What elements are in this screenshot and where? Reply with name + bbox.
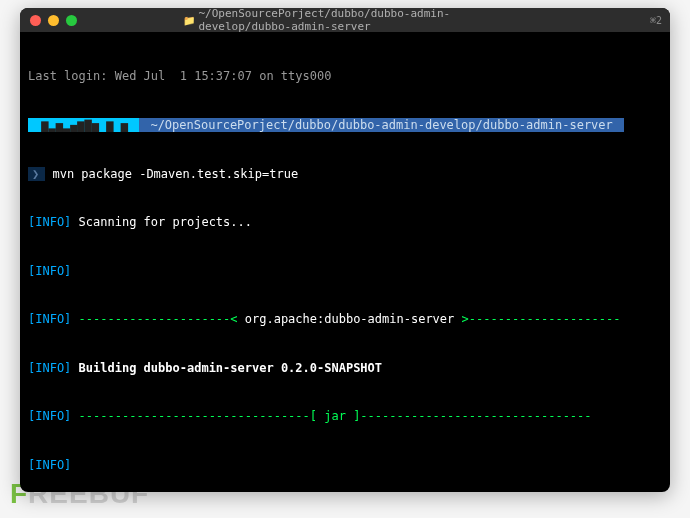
prompt-path-segment: ~/OpenSourcePorject/dubbo/dubbo-admin-de… bbox=[139, 118, 624, 132]
log-line: [INFO] bbox=[28, 457, 662, 473]
command-line: ❯ mvn package -Dmaven.test.skip=true bbox=[28, 166, 662, 182]
traffic-lights bbox=[30, 15, 77, 26]
close-icon[interactable] bbox=[30, 15, 41, 26]
title-bar: 📁 ~/OpenSourcePorject/dubbo/dubbo-admin-… bbox=[20, 8, 670, 32]
terminal-window: 📁 ~/OpenSourcePorject/dubbo/dubbo-admin-… bbox=[20, 8, 670, 492]
log-line: [INFO] ---------------------< org.apache… bbox=[28, 311, 662, 327]
log-line: [INFO] Building dubbo-admin-server 0.2.0… bbox=[28, 360, 662, 376]
window-title: 📁 ~/OpenSourcePorject/dubbo/dubbo-admin-… bbox=[183, 8, 508, 33]
terminal-content[interactable]: Last login: Wed Jul 1 15:37:07 on ttys00… bbox=[20, 32, 670, 492]
log-line: [INFO] bbox=[28, 263, 662, 279]
prompt-arrow: ❯ bbox=[28, 167, 45, 181]
folder-icon: 📁 bbox=[183, 15, 195, 26]
maximize-icon[interactable] bbox=[66, 15, 77, 26]
session-badge: ⌘2 bbox=[650, 15, 662, 26]
last-login-line: Last login: Wed Jul 1 15:37:07 on ttys00… bbox=[28, 68, 662, 84]
prompt-user-segment: ▆▂▅▂▄▆▇▅ ▆ ▅ bbox=[28, 118, 139, 132]
prompt-line: ▆▂▅▂▄▆▇▅ ▆ ▅ ~/OpenSourcePorject/dubbo/d… bbox=[28, 117, 662, 133]
command-text: mvn package -Dmaven.test.skip=true bbox=[52, 167, 298, 181]
log-line: [INFO] Scanning for projects... bbox=[28, 214, 662, 230]
minimize-icon[interactable] bbox=[48, 15, 59, 26]
log-line: [INFO] --------------------------------[… bbox=[28, 408, 662, 424]
